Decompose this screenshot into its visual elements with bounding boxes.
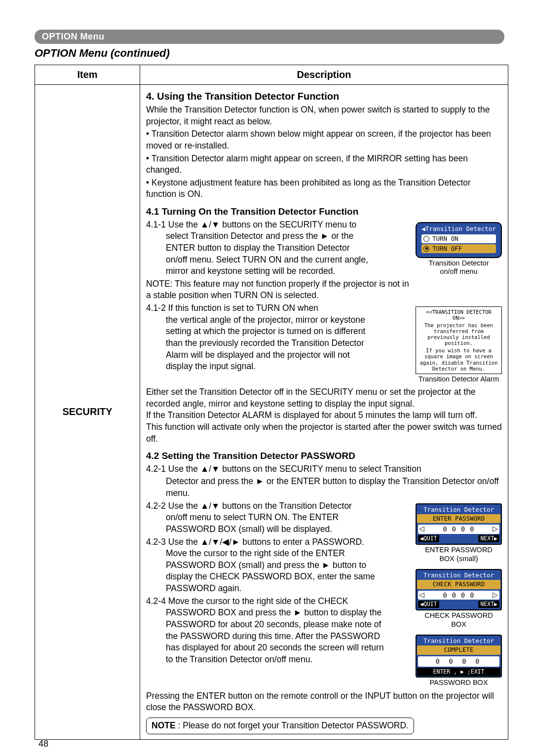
complete-caption: PASSWORD BOX xyxy=(416,679,502,687)
s422-body: on/off menu to select TURN ON. The ENTER… xyxy=(146,512,373,535)
enter-pw-quit: ◀QUIT xyxy=(418,535,439,543)
alarm-l3: If you wish to have a square image on sc… xyxy=(419,347,499,371)
check-pw-brand: Transition Detector xyxy=(418,571,499,580)
radio-off-icon xyxy=(423,236,429,242)
s422-lead: 4.2-2 Use the ▲/▼ buttons on the Transit… xyxy=(146,501,352,511)
complete-brand: Transition Detector xyxy=(418,637,499,645)
heading-41: 4.1 Turning On the Transition Detector F… xyxy=(146,205,502,218)
complete-digits: 0 0 0 0 xyxy=(418,656,499,667)
onoff-caption: Transition Detector on/off menu xyxy=(416,259,502,276)
sec4-b3: • Keystone adjustment feature has been p… xyxy=(146,177,502,200)
osd-turn-off: TURN OFF xyxy=(432,245,462,253)
note-box: NOTE : Please do not forget your Transit… xyxy=(146,718,414,734)
heading-4: 4. Using the Transition Detector Functio… xyxy=(146,90,502,103)
s424-body: PASSWORD BOX and press the ► button to d… xyxy=(146,607,388,665)
heading-42: 4.2 Setting the Transition Detector PASS… xyxy=(146,450,502,462)
page-title: OPTION Menu (continued) xyxy=(35,47,508,60)
s42-after: Pressing the ENTER button on the remote … xyxy=(146,690,502,714)
complete-title: COMPLETE xyxy=(417,645,500,655)
alarm-caption: Transition Detector Alarm xyxy=(416,375,502,383)
check-pw-caption: CHECK PASSWORD BOX xyxy=(416,611,502,629)
enter-pw-digits: 0 0 0 0 xyxy=(443,525,475,533)
content-table: Item Description SECURITY 4. Using the T… xyxy=(35,65,508,740)
alarm-l2: The projector has been transferred from … xyxy=(419,322,499,346)
s423-body: Move the cursor to the right side of the… xyxy=(146,548,388,595)
description-cell: 4. Using the Transition Detector Functio… xyxy=(140,85,508,740)
enter-pw-caption: ENTER PASSWORD BOX (small) xyxy=(416,546,502,563)
sec4-b1: • Transition Detector alarm shown below … xyxy=(146,128,502,151)
alarm-l1: <<TRANSITION DETECTOR ON>> xyxy=(419,309,499,321)
note-text: : Please do not forget your Transition D… xyxy=(176,720,409,730)
s411-note: NOTE: This feature may not function prop… xyxy=(146,278,502,302)
figure-onoff-menu: ◀Transition Detector TURN ON TURN OFF Tr… xyxy=(416,222,502,276)
check-pw-quit: ◀QUIT xyxy=(418,601,439,608)
col-desc-header: Description xyxy=(140,65,508,85)
radio-on-icon xyxy=(423,246,429,252)
s412-body: the vertical angle of the projector, mir… xyxy=(146,314,373,373)
check-pw-next: NEXT▶ xyxy=(478,601,499,608)
s421: 4.2-1 Use the ▲/▼ buttons on the SECURIT… xyxy=(146,463,502,475)
check-pw-title: CHECK PASSWORD xyxy=(417,580,500,589)
s424-lead: 4.2-4 Move the cursor to the right side … xyxy=(146,596,348,606)
figure-enter-password: Transition Detector ENTER PASSWORD ◁0 0 … xyxy=(416,503,502,563)
s411-body: select Transition Detector and press the… xyxy=(146,230,373,277)
page-number: 48 xyxy=(38,739,48,749)
figure-alarm: <<TRANSITION DETECTOR ON>> The projector… xyxy=(416,306,502,383)
sec4-p1: While the Transition Detector function i… xyxy=(146,104,502,127)
complete-exit: ENTER , ▶ ;EXIT xyxy=(417,668,500,677)
figure-password-complete: Transition Detector COMPLETE 0 0 0 0 ENT… xyxy=(416,635,502,687)
header-tab: OPTION Menu xyxy=(35,30,504,44)
sec4-b2: • Transition Detector alarm might appear… xyxy=(146,153,502,176)
enter-pw-title: ENTER PASSWORD xyxy=(417,514,500,524)
note-label: NOTE xyxy=(152,720,176,730)
figure-check-password: Transition Detector CHECK PASSWORD ◁0 0 … xyxy=(416,569,502,629)
enter-pw-brand: Transition Detector xyxy=(418,506,499,514)
check-pw-digits: 0 0 0 0 xyxy=(443,591,475,600)
s423-lead: 4.2-3 Use the ▲/▼/◀/► buttons to enter a… xyxy=(146,537,364,547)
s421b: Detector and press the ► or the ENTER bu… xyxy=(146,476,502,499)
col-item-header: Item xyxy=(35,65,140,85)
s41-after: Either set the Transition Detector off i… xyxy=(146,386,502,445)
osd-turn-on: TURN ON xyxy=(432,235,458,243)
osd-onoff-title: ◀Transition Detector xyxy=(419,225,498,233)
enter-pw-next: NEXT▶ xyxy=(478,535,499,543)
item-label: SECURITY xyxy=(35,85,140,740)
tab-label: OPTION Menu xyxy=(42,32,105,41)
s411-lead: 4.1-1 Use the ▲/▼ buttons on the SECURIT… xyxy=(146,220,356,229)
s412-lead: 4.1-2 If this function is set to TURN ON… xyxy=(146,303,318,313)
